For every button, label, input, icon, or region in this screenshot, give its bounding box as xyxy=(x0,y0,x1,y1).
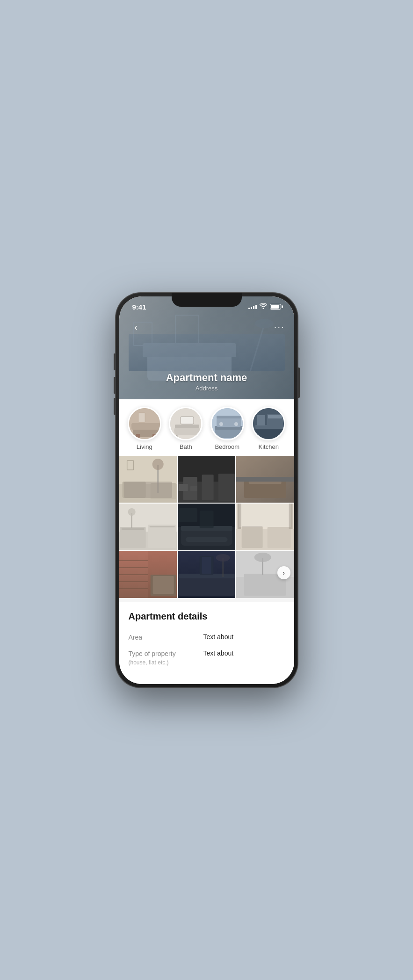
room-image-bedroom xyxy=(212,408,243,439)
room-label-living: Living xyxy=(137,443,152,450)
svg-rect-34 xyxy=(150,483,176,499)
detail-value-type: Text about xyxy=(203,649,234,657)
room-image-bath xyxy=(170,408,201,439)
back-button[interactable]: ‹ xyxy=(129,320,144,335)
svg-rect-43 xyxy=(178,484,188,491)
detail-row-area: Area Text about xyxy=(129,629,285,646)
room-circle-kitchen xyxy=(252,407,285,440)
svg-rect-81 xyxy=(152,576,174,594)
svg-rect-14 xyxy=(175,425,199,428)
photo-cell-9[interactable]: › xyxy=(236,551,294,598)
location-section: Location Address, zip, state xyxy=(119,677,294,684)
svg-rect-64 xyxy=(178,508,197,522)
hero-navigation: ‹ ··· xyxy=(119,320,294,335)
svg-point-23 xyxy=(219,422,223,426)
room-circle-bedroom xyxy=(210,407,244,440)
svg-rect-22 xyxy=(217,416,241,418)
svg-rect-41 xyxy=(202,475,213,500)
details-title: Apartment details xyxy=(129,611,285,622)
room-label-bedroom: Bedroom xyxy=(215,443,239,450)
svg-rect-30 xyxy=(268,415,282,418)
detail-label-type: Type of property (house, flat etc.) xyxy=(129,649,203,666)
svg-rect-9 xyxy=(136,434,140,438)
room-image-living xyxy=(129,408,160,439)
svg-point-89 xyxy=(216,554,230,562)
photo-cell-1[interactable] xyxy=(119,456,177,503)
svg-rect-68 xyxy=(268,527,291,548)
svg-rect-32 xyxy=(119,484,177,503)
notch xyxy=(172,293,242,307)
apartment-details-section: Apartment details Area Text about Type o… xyxy=(119,598,294,678)
hero-image-section: ‹ ··· Apartment name Address xyxy=(119,296,294,399)
room-item-kitchen[interactable]: Kitchen xyxy=(252,407,285,450)
photo-next-button[interactable]: › xyxy=(277,566,290,579)
svg-rect-49 xyxy=(249,482,282,484)
svg-point-94 xyxy=(254,553,271,562)
detail-label-area: Area xyxy=(129,633,203,642)
detail-value-area: Text about xyxy=(203,633,234,641)
svg-rect-10 xyxy=(152,434,156,438)
photo-cell-8[interactable] xyxy=(178,551,235,598)
room-item-bath[interactable]: Bath xyxy=(169,407,203,450)
svg-rect-44 xyxy=(190,486,197,491)
svg-point-24 xyxy=(234,422,238,426)
hero-title-area: Apartment name Address xyxy=(119,372,294,392)
room-image-kitchen xyxy=(253,408,284,439)
photo-grid: › xyxy=(119,456,294,598)
rooms-row: Living xyxy=(119,407,294,450)
svg-point-36 xyxy=(152,459,163,470)
photo-cell-3[interactable] xyxy=(236,456,294,503)
svg-rect-87 xyxy=(202,557,211,574)
svg-rect-55 xyxy=(149,526,174,527)
svg-rect-62 xyxy=(185,537,227,542)
svg-rect-27 xyxy=(255,425,284,429)
photo-cell-2[interactable] xyxy=(178,456,235,503)
screen-scroll[interactable]: 9:41 xyxy=(119,296,294,684)
svg-rect-48 xyxy=(236,477,294,482)
svg-rect-42 xyxy=(218,474,234,501)
svg-rect-53 xyxy=(148,525,176,548)
svg-rect-11 xyxy=(138,413,145,422)
svg-rect-67 xyxy=(242,526,263,548)
room-label-bath: Bath xyxy=(180,443,192,450)
rooms-section: Living xyxy=(119,399,294,456)
phone-screen: 9:41 xyxy=(119,296,294,684)
svg-rect-33 xyxy=(122,482,145,498)
photo-cell-4[interactable] xyxy=(119,504,177,550)
phone-device: 9:41 xyxy=(116,293,298,688)
photo-cell-5[interactable] xyxy=(178,504,235,550)
svg-rect-8 xyxy=(131,423,160,430)
svg-rect-84 xyxy=(178,577,234,596)
room-item-living[interactable]: Living xyxy=(128,407,161,450)
svg-rect-28 xyxy=(257,415,265,425)
photo-cell-7[interactable] xyxy=(119,551,177,598)
svg-rect-17 xyxy=(181,417,194,424)
svg-rect-31 xyxy=(119,456,177,503)
room-circle-bath xyxy=(169,407,203,440)
detail-row-type: Type of property (house, flat etc.) Text… xyxy=(129,646,285,670)
apartment-address: Address xyxy=(119,385,294,392)
room-item-bedroom[interactable]: Bedroom xyxy=(210,407,244,450)
svg-rect-63 xyxy=(199,511,213,528)
svg-point-57 xyxy=(128,508,135,516)
svg-rect-71 xyxy=(239,504,291,527)
room-label-kitchen: Kitchen xyxy=(259,443,279,450)
more-button[interactable]: ··· xyxy=(274,322,285,332)
photo-cell-6[interactable] xyxy=(236,504,294,550)
svg-rect-54 xyxy=(121,528,144,530)
svg-rect-52 xyxy=(120,527,145,548)
apartment-name: Apartment name xyxy=(119,372,294,384)
room-circle-living xyxy=(128,407,161,440)
